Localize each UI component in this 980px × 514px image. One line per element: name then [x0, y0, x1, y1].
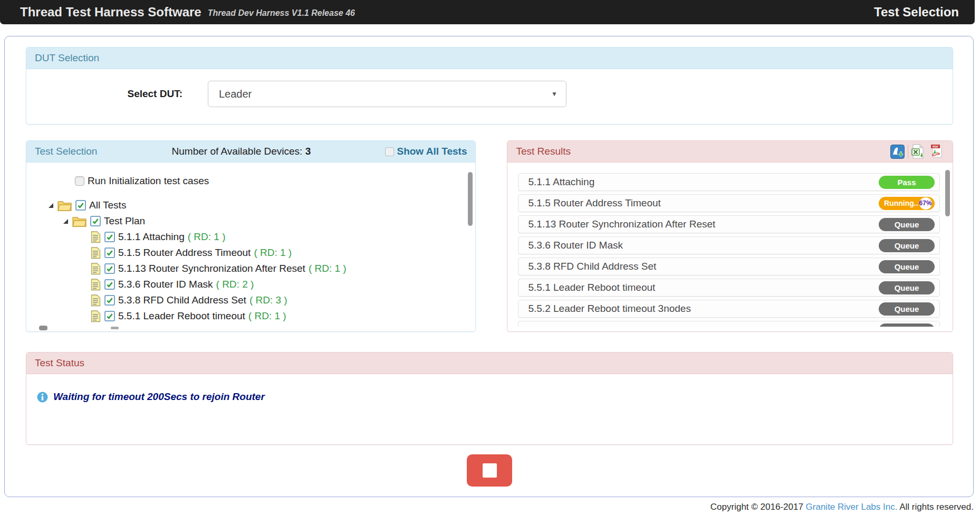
- test-results-panel: Test Results PDF 5.1.1 Attaching: [507, 140, 953, 332]
- test-status-title: Test Status: [35, 357, 84, 369]
- status-message: Waiting for timeout 200Secs to rejoin Ro…: [53, 391, 265, 403]
- test-case-label: 5.5.1 Leader Reboot timeout( RD: 1 ): [118, 310, 286, 322]
- tree-checkbox-checked[interactable]: [104, 295, 115, 306]
- copyright-suffix: All rights reserved.: [897, 502, 974, 512]
- dut-dropdown-value: Leader: [219, 88, 252, 100]
- excel-report-download-icon[interactable]: [911, 144, 925, 159]
- show-all-tests-label: Show All Tests: [397, 146, 467, 157]
- run-init-option[interactable]: Run Initialization test cases: [75, 173, 470, 189]
- status-badge-running: Running..67%: [879, 197, 935, 210]
- result-test-name: 5.1.13 Router Synchronization After Rese…: [528, 218, 715, 230]
- test-case-label: 5.1.5 Router Address Timeout( RD: 1 ): [118, 247, 292, 259]
- result-test-name: 5.1.1 Attaching: [528, 176, 594, 188]
- tree-checkbox-checked[interactable]: [104, 248, 115, 258]
- test-case-name: 5.3.8 RFD Child Address Set: [118, 294, 246, 306]
- vertical-scrollbar-thumb[interactable]: [468, 172, 473, 226]
- copyright-prefix: Copyright © 2016-2017: [710, 502, 806, 512]
- result-row[interactable]: 5.3.6 Router ID Mask Queue: [518, 236, 940, 254]
- expand-caret-icon[interactable]: [49, 203, 53, 208]
- result-test-name: 5.3.6 Router ID Mask: [528, 240, 623, 251]
- status-badge-pass: Pass: [879, 176, 935, 189]
- stop-icon: [483, 463, 497, 478]
- clipped-tree-row: [111, 327, 119, 329]
- test-case-name: 5.3.6 Router ID Mask: [118, 279, 213, 290]
- expand-caret-icon[interactable]: [63, 219, 68, 224]
- test-results-title: Test Results: [516, 146, 570, 157]
- document-icon: [91, 310, 101, 322]
- tree-test-case[interactable]: 5.5.1 Leader Reboot timeout( RD: 1 ): [91, 308, 470, 324]
- tree-checkbox-checked[interactable]: [90, 216, 101, 226]
- tree-node-all-tests[interactable]: All Tests: [49, 197, 470, 213]
- dut-dropdown[interactable]: Leader ▼: [208, 81, 566, 107]
- test-case-rd: ( RD: 1 ): [248, 310, 286, 321]
- test-tree-body: Run Initialization test cases All Tests …: [26, 163, 475, 331]
- status-badge-queue: Queue: [879, 260, 935, 273]
- running-progress: 67%: [919, 197, 932, 210]
- test-case-rd: ( RD: 2 ): [216, 279, 254, 290]
- document-icon: [91, 279, 101, 291]
- tree-node-label: Test Plan: [104, 215, 145, 227]
- test-case-label: 5.3.6 Router ID Mask( RD: 2 ): [118, 279, 254, 290]
- test-selection-panel: Test Selection Number of Available Devic…: [26, 140, 476, 332]
- app-version-subtitle: Thread Dev Harness V1.1 Release 46: [208, 8, 355, 18]
- select-dut-label: Select DUT:: [35, 88, 182, 100]
- test-case-rd: ( RD: 1 ): [188, 231, 226, 242]
- app-title-bar: Thread Test Harness Software Thread Dev …: [0, 0, 975, 24]
- info-icon: [37, 392, 48, 403]
- pdf-report-download-icon[interactable]: PDF: [929, 144, 944, 159]
- status-badge-queue: Queue: [879, 218, 935, 231]
- test-case-name: 5.5.1 Leader Reboot timeout: [118, 310, 245, 321]
- tree-test-case[interactable]: 5.3.6 Router ID Mask( RD: 2 ): [91, 277, 470, 292]
- test-case-name: 5.1.13 Router Synchronization After Rese…: [118, 263, 305, 274]
- clipped-result-row: [518, 321, 940, 327]
- test-status-header: Test Status: [26, 353, 953, 374]
- tree-node-label: All Tests: [89, 199, 126, 211]
- test-case-name: 5.1.1 Attaching: [118, 231, 185, 242]
- result-row[interactable]: 5.5.2 Leader Reboot timeout 3nodes Queue: [518, 300, 940, 318]
- test-case-label: 5.1.1 Attaching( RD: 1 ): [118, 231, 226, 243]
- tree-checkbox-checked[interactable]: [104, 311, 115, 321]
- result-row[interactable]: 5.1.5 Router Address Timeout Running..67…: [518, 194, 940, 212]
- main-container: DUT Selection Select DUT: Leader ▼ Test …: [4, 36, 974, 497]
- test-case-label: 5.3.8 RFD Child Address Set( RD: 3 ): [118, 294, 287, 306]
- test-case-name: 5.1.5 Router Address Timeout: [118, 247, 251, 258]
- result-row[interactable]: 5.3.8 RFD Child Address Set Queue: [518, 258, 940, 275]
- tree-checkbox-checked[interactable]: [75, 200, 86, 211]
- stop-test-button[interactable]: [467, 454, 512, 487]
- available-devices-count: 3: [305, 146, 311, 157]
- test-results-header: Test Results PDF: [507, 141, 953, 163]
- tree-checkbox-checked[interactable]: [104, 263, 115, 274]
- app-title: Thread Test Harness Software: [20, 5, 201, 20]
- result-row[interactable]: 5.1.13 Router Synchronization After Rese…: [518, 215, 940, 233]
- tree-test-case[interactable]: 5.1.5 Router Address Timeout( RD: 1 ): [91, 245, 470, 261]
- company-link[interactable]: Granite River Labs Inc.: [806, 502, 898, 512]
- wireshark-capture-download-icon[interactable]: [890, 145, 905, 159]
- result-test-name: 5.3.8 RFD Child Address Set: [528, 261, 656, 272]
- folder-icon: [57, 200, 72, 211]
- tree-node-test-plan[interactable]: Test Plan: [63, 213, 470, 229]
- vertical-scrollbar-thumb[interactable]: [945, 170, 950, 216]
- test-case-rd: ( RD: 3 ): [249, 294, 287, 306]
- result-row[interactable]: 5.5.1 Leader Reboot timeout Queue: [518, 279, 940, 297]
- tree-test-case[interactable]: 5.1.13 Router Synchronization After Rese…: [91, 261, 470, 277]
- dropdown-arrow-icon: ▼: [551, 90, 558, 98]
- tree-test-case[interactable]: 5.1.1 Attaching( RD: 1 ): [91, 229, 470, 245]
- tree-checkbox-checked[interactable]: [104, 232, 115, 242]
- document-icon: [91, 263, 101, 275]
- show-all-tests-checkbox[interactable]: [385, 147, 394, 156]
- available-devices-label: Number of Available Devices:: [172, 146, 305, 157]
- show-all-tests-toggle[interactable]: Show All Tests: [385, 146, 467, 157]
- horizontal-scrollbar-thumb[interactable]: [39, 326, 47, 330]
- tree-checkbox-checked[interactable]: [104, 279, 115, 290]
- run-init-checkbox[interactable]: [75, 176, 84, 186]
- dut-selection-panel: DUT Selection Select DUT: Leader ▼: [26, 47, 953, 125]
- status-badge-queue: Queue: [879, 302, 935, 316]
- tree-test-case[interactable]: 5.3.8 RFD Child Address Set( RD: 3 ): [91, 292, 470, 308]
- result-row[interactable]: 5.1.1 Attaching Pass: [518, 173, 940, 191]
- dut-selection-title: DUT Selection: [35, 52, 99, 64]
- result-test-name: 5.5.1 Leader Reboot timeout: [528, 282, 655, 293]
- test-case-rd: ( RD: 1 ): [309, 263, 347, 274]
- icon-divider: [908, 145, 908, 158]
- svg-text:PDF: PDF: [933, 145, 939, 148]
- document-icon: [91, 294, 101, 307]
